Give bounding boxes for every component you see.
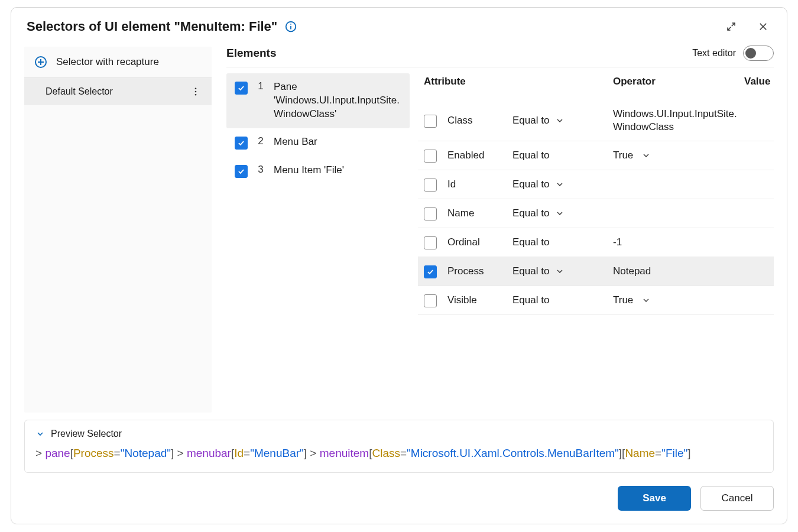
svg-point-2 (290, 24, 291, 25)
element-row[interactable]: 2Menu Bar (226, 128, 410, 157)
dialog-footer: Save Cancel (11, 473, 787, 524)
attributes-header-row: Attribute Operator Value (418, 73, 774, 100)
chevron-down-icon[interactable] (641, 296, 651, 305)
svg-point-7 (195, 91, 197, 93)
attribute-row[interactable]: NameEqual to (418, 199, 774, 228)
attribute-row[interactable]: ProcessEqual toNotepad (418, 257, 774, 286)
attribute-value[interactable]: -1 (613, 236, 738, 249)
chevron-down-icon[interactable] (555, 116, 565, 125)
text-editor-toggle[interactable] (743, 46, 774, 61)
add-selector-button[interactable]: Selector with recapture (24, 47, 212, 78)
attribute-name: Id (447, 179, 507, 190)
attribute-operator[interactable]: Equal to (512, 179, 607, 190)
selector-token: Class (372, 447, 400, 459)
header-value: Value (744, 76, 768, 87)
attribute-name: Visible (447, 294, 507, 306)
attribute-value[interactable]: Windows.UI.Input.InputSite.WindowClass (613, 108, 738, 134)
attribute-operator[interactable]: Equal to (512, 115, 607, 126)
elements-heading: Elements (226, 47, 276, 60)
preview-label: Preview Selector (51, 429, 122, 439)
elements-list: 1Pane 'Windows.UI.Input.InputSite.Window… (226, 73, 410, 413)
dialog-header: Selectors of UI element "MenuItem: File" (11, 8, 787, 40)
element-row[interactable]: 3Menu Item 'File' (226, 157, 410, 185)
selector-token: Id (234, 447, 244, 459)
preview-toggle[interactable]: Preview Selector (35, 429, 763, 439)
selector-token: ] > (304, 447, 320, 459)
attribute-value[interactable]: True (613, 294, 738, 307)
preview-selector-panel: Preview Selector > pane[Process="Notepad… (24, 420, 774, 473)
attribute-row[interactable]: IdEqual to (418, 170, 774, 199)
attribute-name: Class (447, 115, 507, 126)
selector-token: "File" (661, 447, 687, 459)
selector-token: ] > (171, 447, 187, 459)
chevron-down-icon (35, 429, 45, 439)
element-label: Pane 'Windows.UI.Input.InputSite.WindowC… (274, 80, 401, 121)
text-editor-label: Text editor (692, 48, 736, 59)
attribute-operator[interactable]: Equal to (512, 207, 607, 219)
info-icon[interactable] (284, 20, 297, 33)
selector-item-label: Default Selector (46, 86, 113, 97)
attribute-checkbox[interactable] (424, 207, 437, 220)
attribute-operator[interactable]: Equal to (512, 265, 607, 277)
element-label: Menu Item 'File' (274, 164, 401, 177)
selector-token: "Notepad" (121, 447, 171, 459)
selector-item[interactable]: Default Selector (24, 78, 212, 105)
attribute-operator[interactable]: Equal to (512, 236, 607, 248)
selector-token: Name (625, 447, 655, 459)
chevron-down-icon[interactable] (555, 209, 565, 218)
attribute-name: Process (447, 265, 507, 277)
attribute-operator[interactable]: Equal to (512, 294, 607, 306)
attribute-checkbox[interactable] (424, 236, 437, 249)
element-index: 1 (256, 80, 265, 92)
selector-token: menuitem (320, 447, 369, 459)
more-vertical-icon[interactable] (186, 86, 206, 97)
attribute-checkbox[interactable] (424, 179, 437, 192)
cancel-button[interactable]: Cancel (700, 486, 774, 511)
chevron-down-icon[interactable] (641, 151, 651, 160)
attribute-value[interactable]: Notepad (613, 265, 738, 278)
element-checkbox[interactable] (235, 165, 248, 178)
selector-token: = (400, 447, 407, 459)
attribute-operator[interactable]: Equal to (512, 150, 607, 161)
element-checkbox[interactable] (235, 82, 248, 95)
element-checkbox[interactable] (235, 137, 248, 150)
element-index: 3 (256, 164, 265, 176)
close-icon[interactable] (755, 18, 771, 35)
attribute-row[interactable]: ClassEqual toWindows.UI.Input.InputSite.… (418, 100, 774, 141)
preview-selector-text: > pane[Process="Notepad"] > menubar[Id="… (35, 445, 763, 462)
dialog-title: Selectors of UI element "MenuItem: File" (27, 19, 277, 34)
attribute-name: Ordinal (447, 236, 507, 248)
plus-circle-icon (34, 55, 48, 69)
attribute-row[interactable]: VisibleEqual toTrue (418, 286, 774, 315)
selector-token: Process (73, 447, 114, 459)
selector-builder-dialog: Selectors of UI element "MenuItem: File" (11, 7, 787, 524)
selector-token: > (35, 447, 45, 459)
attribute-checkbox[interactable] (424, 294, 437, 307)
save-button[interactable]: Save (618, 486, 691, 511)
selector-token: = (114, 447, 121, 459)
add-selector-label: Selector with recapture (56, 56, 159, 68)
element-index: 2 (256, 135, 265, 147)
expand-icon[interactable] (723, 18, 739, 35)
selector-token: = (244, 447, 250, 459)
attribute-checkbox[interactable] (424, 150, 437, 163)
header-attribute: Attribute (424, 76, 507, 87)
header-operator: Operator (613, 76, 738, 87)
selector-list-sidebar: Selector with recapture Default Selector (24, 47, 212, 413)
attribute-value[interactable]: True (613, 149, 738, 162)
element-row[interactable]: 1Pane 'Windows.UI.Input.InputSite.Window… (226, 73, 410, 128)
svg-point-6 (195, 87, 197, 89)
chevron-down-icon[interactable] (555, 267, 565, 276)
selector-token: ] (687, 447, 690, 459)
chevron-down-icon[interactable] (555, 180, 565, 189)
attribute-row[interactable]: OrdinalEqual to-1 (418, 228, 774, 257)
attribute-checkbox[interactable] (424, 115, 437, 128)
selector-token: menubar (187, 447, 231, 459)
svg-point-8 (195, 94, 197, 96)
attribute-checkbox[interactable] (424, 265, 437, 278)
attribute-name: Name (447, 207, 507, 219)
selector-token: "MenuBar" (250, 447, 304, 459)
element-label: Menu Bar (274, 135, 401, 149)
selector-token: "Microsoft.UI.Xaml.Controls.MenuBarItem" (407, 447, 619, 459)
attribute-row[interactable]: EnabledEqual toTrue (418, 141, 774, 170)
